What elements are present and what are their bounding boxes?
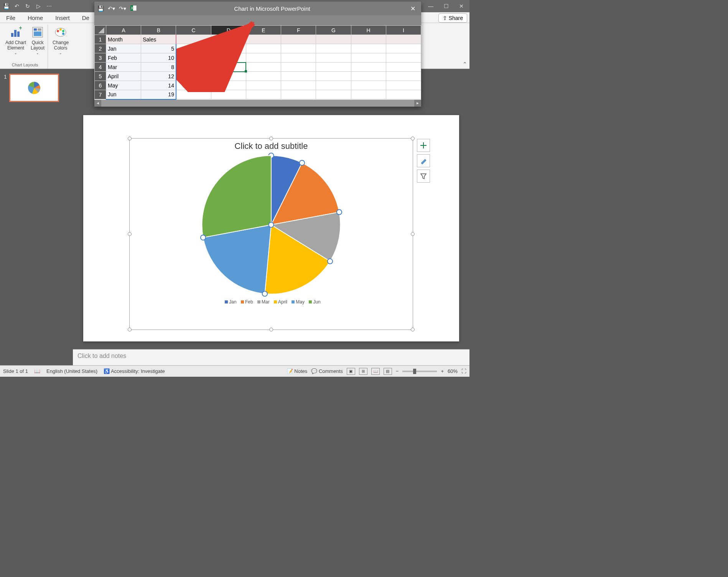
- cell-F7[interactable]: [281, 90, 316, 99]
- sel-handle[interactable]: [128, 137, 132, 140]
- scroll-left-icon[interactable]: ◄: [94, 100, 101, 107]
- cell-I5[interactable]: [386, 72, 421, 81]
- quick-layout-button[interactable]: Quick Layout ⌄: [30, 25, 45, 56]
- zoom-out-icon[interactable]: −: [396, 368, 399, 374]
- cell-E5[interactable]: [246, 72, 281, 81]
- reading-view-icon[interactable]: 📖: [371, 368, 380, 375]
- collapse-ribbon-icon[interactable]: ⌃: [463, 61, 467, 67]
- cell-B6[interactable]: 14: [141, 81, 176, 90]
- cell-F5[interactable]: [281, 72, 316, 81]
- cell-E2[interactable]: [246, 44, 281, 53]
- zoom-slider[interactable]: [402, 371, 437, 372]
- sel-handle[interactable]: [411, 137, 415, 140]
- cell-I3[interactable]: [386, 53, 421, 63]
- zoom-in-icon[interactable]: +: [441, 368, 444, 374]
- cell-B2[interactable]: 5: [141, 44, 176, 53]
- spell-icon[interactable]: 📖: [34, 368, 40, 374]
- cell-H7[interactable]: [351, 90, 386, 99]
- cell-I4[interactable]: [386, 63, 421, 72]
- notes-pane[interactable]: Click to add notes: [73, 349, 469, 365]
- pie-chart[interactable]: [198, 152, 344, 298]
- cell-E3[interactable]: [246, 53, 281, 63]
- cell-F2[interactable]: [281, 44, 316, 53]
- cell-C4[interactable]: [176, 63, 211, 72]
- sel-handle[interactable]: [128, 232, 132, 236]
- pie-handle[interactable]: [300, 160, 305, 165]
- chart-win-titlebar[interactable]: 💾 ↶▾ ↷▾ X Chart in Microsoft PowerPoint …: [94, 2, 421, 15]
- comments-button[interactable]: 💬 Comments: [311, 368, 343, 374]
- cell-G2[interactable]: [316, 44, 351, 53]
- cell-G3[interactable]: [316, 53, 351, 63]
- normal-view-icon[interactable]: ▣: [347, 368, 355, 375]
- pie-handle[interactable]: [337, 209, 342, 214]
- zoom-thumb[interactable]: [413, 369, 416, 374]
- cell-G1[interactable]: [316, 35, 351, 44]
- sel-handle[interactable]: [411, 232, 415, 236]
- cell-D2[interactable]: [211, 44, 246, 53]
- scroll-right-icon[interactable]: ►: [414, 100, 421, 107]
- cell-A7[interactable]: Jun: [106, 90, 141, 99]
- cell-I2[interactable]: [386, 44, 421, 53]
- cell-H6[interactable]: [351, 81, 386, 90]
- col-header-E[interactable]: E: [246, 26, 281, 35]
- close-icon[interactable]: ✕: [456, 2, 467, 10]
- cell-A1[interactable]: Month: [106, 35, 141, 44]
- cell-H4[interactable]: [351, 63, 386, 72]
- cell-H1[interactable]: [351, 35, 386, 44]
- cell-G4[interactable]: [316, 63, 351, 72]
- cell-C6[interactable]: [176, 81, 211, 90]
- cell-E6[interactable]: [246, 81, 281, 90]
- cell-G5[interactable]: [316, 72, 351, 81]
- tab-home[interactable]: Home: [24, 13, 47, 23]
- cell-C1[interactable]: [176, 35, 211, 44]
- col-header-H[interactable]: H: [351, 26, 386, 35]
- pie-handle[interactable]: [201, 235, 206, 240]
- cell-F1[interactable]: [281, 35, 316, 44]
- cell-D7[interactable]: [211, 90, 246, 99]
- add-chart-element-button[interactable]: + Add Chart Element ⌄: [5, 25, 27, 56]
- redo-icon[interactable]: ↷▾: [119, 5, 126, 12]
- sel-handle[interactable]: [411, 328, 415, 331]
- col-header-I[interactable]: I: [386, 26, 421, 35]
- edit-in-excel-icon[interactable]: X: [130, 5, 137, 13]
- chart-elements-button[interactable]: [417, 139, 430, 152]
- fit-to-window-icon[interactable]: ⛶: [461, 368, 466, 374]
- cell-F3[interactable]: [281, 53, 316, 63]
- chart-data-grid[interactable]: ABCDEFGHI1MonthSales2Jan53Feb104Mar85Apr…: [94, 25, 421, 100]
- cell-E4[interactable]: [246, 63, 281, 72]
- cell-A6[interactable]: May: [106, 81, 141, 90]
- col-header-D[interactable]: D: [211, 26, 246, 35]
- cell-A3[interactable]: Feb: [106, 53, 141, 63]
- horizontal-scrollbar[interactable]: ◄ ►: [94, 100, 421, 107]
- tab-design[interactable]: De: [78, 13, 93, 23]
- chart-win-close-icon[interactable]: ✕: [407, 3, 418, 14]
- tab-insert[interactable]: Insert: [51, 13, 74, 23]
- cell-D5[interactable]: [211, 72, 246, 81]
- chart-styles-button[interactable]: [417, 154, 430, 167]
- cell-F6[interactable]: [281, 81, 316, 90]
- language-button[interactable]: English (United States): [46, 368, 97, 374]
- redo-icon[interactable]: ↻: [24, 2, 31, 10]
- cell-D6[interactable]: [211, 81, 246, 90]
- row-header-6[interactable]: 6: [95, 81, 106, 90]
- cell-C3[interactable]: [176, 53, 211, 63]
- change-colors-button[interactable]: Change Colors ⌄: [52, 25, 69, 56]
- pie-slice-Jun[interactable]: [202, 155, 272, 237]
- slide-indicator[interactable]: Slide 1 of 1: [3, 368, 28, 374]
- cell-A5[interactable]: April: [106, 72, 141, 81]
- cell-C7[interactable]: [176, 90, 211, 99]
- save-icon[interactable]: 💾: [2, 2, 10, 10]
- save-icon[interactable]: 💾: [97, 5, 104, 12]
- col-header-G[interactable]: G: [316, 26, 351, 35]
- chart-object[interactable]: Click to add subtitle Jan Feb Mar April …: [129, 138, 413, 330]
- row-header-5[interactable]: 5: [95, 72, 106, 81]
- cell-C5[interactable]: [176, 72, 211, 81]
- col-header-F[interactable]: F: [281, 26, 316, 35]
- cell-B4[interactable]: 8: [141, 63, 176, 72]
- thumbnail[interactable]: [9, 74, 59, 102]
- cell-C2[interactable]: [176, 44, 211, 53]
- cell-G7[interactable]: [316, 90, 351, 99]
- undo-icon[interactable]: ↶: [13, 2, 21, 10]
- sel-handle[interactable]: [128, 328, 132, 331]
- cell-H2[interactable]: [351, 44, 386, 53]
